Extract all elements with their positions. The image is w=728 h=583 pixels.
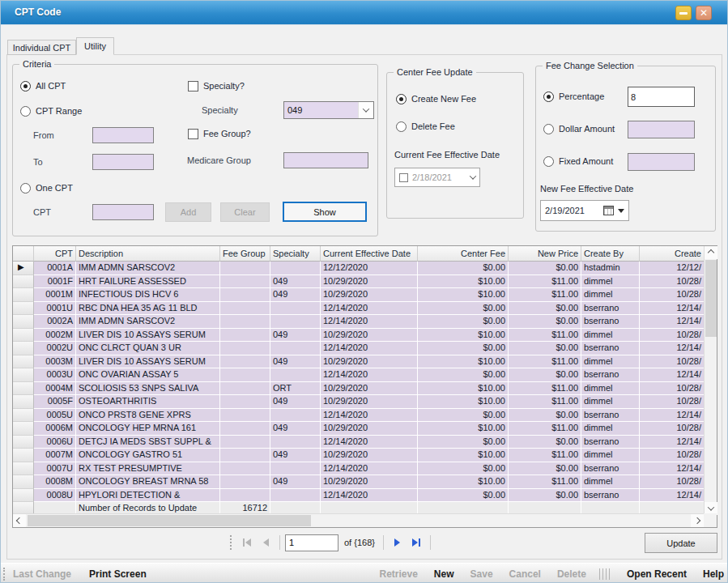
- cell-center_fee[interactable]: $0.00: [418, 489, 509, 503]
- cell-create_by[interactable]: dimmel: [581, 449, 640, 462]
- cell-specialty[interactable]: 049: [270, 395, 321, 409]
- pager-last-button[interactable]: [408, 534, 425, 551]
- cell-cpt[interactable]: 0007M: [34, 449, 76, 462]
- cell-center_fee[interactable]: $10.00: [418, 382, 509, 396]
- cell-current_effective_date[interactable]: 10/29/2020: [321, 449, 418, 462]
- percentage-input[interactable]: [628, 87, 695, 107]
- cell-center_fee[interactable]: $0.00: [418, 302, 509, 316]
- cell-fee_group[interactable]: [220, 342, 270, 355]
- cell-description[interactable]: ONC OVARIAN ASSAY 5: [76, 368, 220, 382]
- cell-fee_group[interactable]: [220, 368, 270, 382]
- dollar-amount-input[interactable]: [628, 121, 695, 138]
- cell-cpt[interactable]: 0001F: [34, 275, 76, 289]
- cell-fee_group[interactable]: [220, 395, 270, 409]
- cell-fee_group[interactable]: [220, 315, 270, 329]
- cell-center_fee[interactable]: $10.00: [418, 275, 509, 289]
- cell-new_price[interactable]: $0.00: [509, 462, 581, 476]
- cell-create_by[interactable]: bserrano: [581, 462, 640, 476]
- pager-page-input[interactable]: [285, 534, 338, 551]
- horizontal-scroll-thumb[interactable]: [28, 515, 311, 526]
- cell-description[interactable]: INFECTIOUS DIS HCV 6: [76, 288, 220, 302]
- cell-fee_group[interactable]: [220, 262, 270, 275]
- specialty-combobox[interactable]: 049: [283, 101, 374, 119]
- table-row[interactable]: 0006MONCOLOGY HEP MRNA 16104910/29/2020$…: [13, 422, 704, 436]
- row-selector[interactable]: [13, 489, 34, 503]
- cell-create_date[interactable]: 12/14/: [640, 315, 704, 329]
- table-row[interactable]: 0002MLIVER DIS 10 ASSAYS SERUM04910/29/2…: [13, 329, 704, 343]
- cell-create_date[interactable]: 12/14/: [640, 489, 704, 503]
- cell-current_effective_date[interactable]: 10/29/2020: [321, 355, 418, 369]
- row-selector[interactable]: [13, 436, 34, 449]
- cell-current_effective_date[interactable]: 12/14/2020: [321, 462, 418, 476]
- cell-fee_group[interactable]: [220, 462, 270, 476]
- cell-cpt[interactable]: 0003U: [34, 368, 76, 382]
- table-row[interactable]: 0001URBC DNA HEA 35 AG 11 BLD12/14/2020$…: [13, 302, 704, 316]
- cell-create_by[interactable]: dimmel: [581, 355, 640, 369]
- cell-create_date[interactable]: 10/28/: [640, 329, 704, 343]
- cell-center_fee[interactable]: $10.00: [418, 288, 509, 302]
- cell-new_price[interactable]: $0.00: [509, 436, 581, 449]
- cell-cpt[interactable]: 0002U: [34, 342, 76, 355]
- grid-vertical-scrollbar[interactable]: [704, 246, 717, 515]
- combobox-dropdown-button[interactable]: [358, 102, 373, 118]
- radio-percentage[interactable]: Percentage: [543, 91, 604, 102]
- scroll-up-button[interactable]: [705, 246, 717, 259]
- cell-fee_group[interactable]: [220, 475, 270, 489]
- cell-current_effective_date[interactable]: 12/14/2020: [321, 302, 418, 316]
- from-input[interactable]: [92, 127, 154, 143]
- fixed-amount-input[interactable]: [628, 153, 695, 171]
- cell-new_price[interactable]: $11.00: [509, 275, 581, 289]
- cell-create_date[interactable]: 10/28/: [640, 355, 704, 369]
- cell-current_effective_date[interactable]: 10/29/2020: [321, 275, 418, 289]
- cell-current_effective_date[interactable]: 12/14/2020: [321, 436, 418, 449]
- cell-cpt[interactable]: 0003M: [34, 355, 76, 369]
- row-selector[interactable]: [13, 302, 34, 316]
- cell-create_date[interactable]: 10/28/: [640, 422, 704, 436]
- cell-create_by[interactable]: bserrano: [581, 409, 640, 423]
- radio-one-cpt[interactable]: One CPT: [20, 182, 73, 194]
- cell-description[interactable]: ONCOLOGY HEP MRNA 161: [76, 422, 220, 436]
- column-header-fee_group[interactable]: Fee Group: [220, 246, 270, 262]
- close-button[interactable]: ✕: [696, 6, 712, 20]
- radio-cpt-range[interactable]: CPT Range: [20, 105, 82, 117]
- table-row[interactable]: 0002AIMM ADMN SARSCOV212/14/2020$0.00$0.…: [13, 315, 704, 329]
- cell-description[interactable]: LIVER DIS 10 ASSAYS SERUM: [76, 329, 220, 343]
- cell-specialty[interactable]: [270, 436, 321, 449]
- cell-specialty[interactable]: 049: [270, 275, 321, 289]
- scroll-right-button[interactable]: [691, 514, 704, 527]
- cell-current_effective_date[interactable]: 12/14/2020: [321, 342, 418, 355]
- cell-current_effective_date[interactable]: 12/14/2020: [321, 489, 418, 503]
- status-help[interactable]: Help: [703, 568, 724, 580]
- cell-create_date[interactable]: 12/14/: [640, 436, 704, 449]
- cell-create_by[interactable]: dimmel: [581, 275, 640, 289]
- status-open-recent[interactable]: Open Recent: [627, 568, 687, 580]
- cell-current_effective_date[interactable]: 10/29/2020: [321, 382, 418, 396]
- column-header-create_by[interactable]: Create By: [581, 246, 640, 262]
- table-row[interactable]: 0005UONCO PRST8 GENE XPRS12/14/2020$0.00…: [13, 409, 704, 423]
- cell-new_price[interactable]: $11.00: [509, 329, 581, 343]
- cell-new_price[interactable]: $11.00: [509, 382, 581, 396]
- cell-cpt[interactable]: 0008M: [34, 475, 76, 489]
- row-selector[interactable]: [13, 329, 34, 343]
- date-checkbox-icon[interactable]: [399, 173, 408, 182]
- cell-create_by[interactable]: hstadmin: [581, 262, 640, 275]
- column-header-create_date[interactable]: Create: [640, 246, 704, 262]
- cell-description[interactable]: LIVER DIS 10 ASSAYS SERUM: [76, 355, 220, 369]
- cell-create_by[interactable]: dimmel: [581, 422, 640, 436]
- cell-create_by[interactable]: bserrano: [581, 436, 640, 449]
- to-input[interactable]: [92, 154, 154, 170]
- medicare-group-input[interactable]: [283, 152, 368, 168]
- cell-description[interactable]: ONCOLOGY BREAST MRNA 58: [76, 475, 220, 489]
- cell-create_date[interactable]: 12/14/: [640, 462, 704, 476]
- cell-new_price[interactable]: $0.00: [509, 315, 581, 329]
- cell-new_price[interactable]: $0.00: [509, 409, 581, 423]
- radio-all-cpt[interactable]: All CPT: [20, 80, 66, 91]
- cell-specialty[interactable]: [270, 302, 321, 316]
- cell-current_effective_date[interactable]: 10/29/2020: [321, 329, 418, 343]
- vertical-scroll-thumb[interactable]: [705, 260, 717, 337]
- cell-create_by[interactable]: bserrano: [581, 489, 640, 503]
- cell-create_by[interactable]: bserrano: [581, 342, 640, 355]
- cell-fee_group[interactable]: [220, 329, 270, 343]
- cell-cpt[interactable]: 0004M: [34, 382, 76, 396]
- table-row[interactable]: 0001FHRT FAILURE ASSESSED04910/29/2020$1…: [13, 275, 704, 289]
